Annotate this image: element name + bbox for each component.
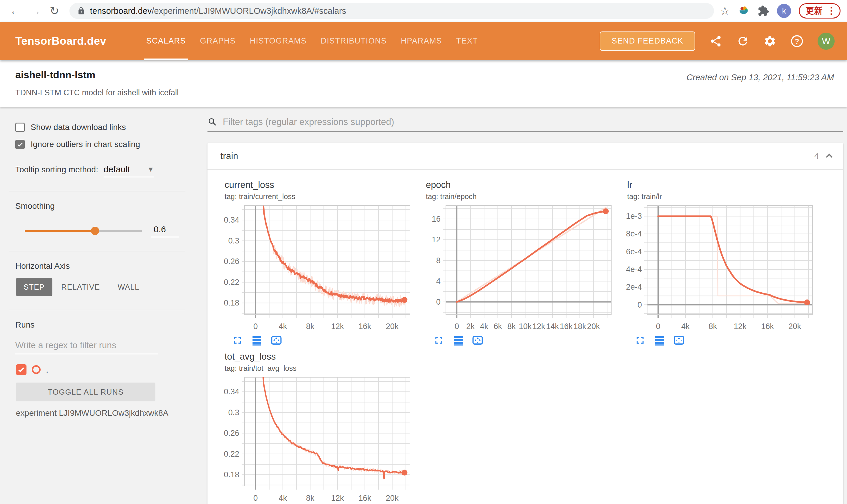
user-avatar[interactable]: W (817, 33, 835, 50)
run-name: . (46, 365, 48, 375)
smoothing-slider[interactable] (25, 230, 142, 232)
svg-text:8k: 8k (709, 322, 717, 330)
run-row: . (16, 364, 186, 375)
chart-plot[interactable]: 048121602k4k6k8k10k12k14k16k18k20k (420, 203, 617, 330)
tag-filter-row (207, 117, 843, 132)
share-icon[interactable] (709, 35, 722, 48)
expand-chart-icon[interactable] (634, 334, 646, 346)
tab-histograms[interactable]: HISTOGRAMS (243, 22, 314, 60)
bookmark-star-icon[interactable]: ☆ (720, 5, 730, 16)
ignore-outliers-checkbox[interactable] (15, 140, 25, 149)
smoothing-value-input[interactable] (151, 224, 179, 237)
back-icon[interactable]: ← (10, 5, 21, 16)
svg-text:16k: 16k (761, 322, 774, 330)
group-chart-count: 4 (814, 151, 819, 161)
extensions-puzzle-icon[interactable] (758, 5, 769, 17)
chart-plot[interactable]: 0.180.220.260.30.3404k8k12k16k20k (219, 203, 415, 330)
expand-chart-icon[interactable] (231, 334, 243, 346)
svg-text:0.18: 0.18 (224, 299, 239, 307)
browser-update-button[interactable]: 更新 ⋮ (799, 3, 841, 19)
train-group-header[interactable]: train 4 (207, 143, 843, 170)
axis-relative-button[interactable]: RELATIVE (52, 283, 109, 292)
send-feedback-button[interactable]: SEND FEEDBACK (600, 32, 695, 51)
tab-hparams[interactable]: HPARAMS (394, 22, 449, 60)
settings-gear-icon[interactable] (763, 35, 776, 48)
fit-domain-icon[interactable] (472, 334, 484, 346)
tooltip-sorting-label: Tooltip sorting method: (15, 165, 98, 174)
experiment-run-label: experiment LJI9MWUORLOw3jkdhxwk8A (16, 409, 186, 418)
url-text: tensorboard.dev/experiment/LJI9MWUORLOw3… (90, 6, 346, 16)
chart-plot[interactable]: 0.180.220.260.30.3404k8k12k16k20k (219, 375, 415, 502)
svg-text:0.18: 0.18 (224, 470, 239, 479)
log-scale-icon[interactable] (654, 334, 666, 346)
svg-text:0: 0 (436, 298, 440, 306)
sidebar-divider (9, 191, 186, 192)
run-color-swatch (32, 365, 40, 374)
svg-text:4k: 4k (480, 322, 488, 330)
tag-filter-input[interactable] (223, 117, 843, 127)
svg-text:20k: 20k (789, 322, 801, 330)
run-checkbox[interactable] (16, 364, 27, 375)
svg-text:20k: 20k (386, 322, 399, 330)
help-icon[interactable]: ? (791, 35, 803, 48)
svg-text:6e-4: 6e-4 (626, 247, 642, 256)
browser-profile-avatar[interactable]: k (777, 4, 791, 18)
svg-text:16k: 16k (359, 322, 371, 330)
svg-text:10k: 10k (519, 322, 532, 330)
show-download-links-checkbox[interactable] (15, 123, 25, 132)
sidebar-divider (9, 310, 186, 310)
svg-text:12k: 12k (532, 322, 545, 330)
chart-card-lr: lrtag: train/lr02e-44e-46e-48e-41e-304k8… (622, 180, 818, 346)
browser-menu-icon[interactable]: ⋮ (827, 8, 836, 14)
axis-step-button[interactable]: STEP (16, 278, 52, 296)
tooltip-sorting-select[interactable]: default ▼ (104, 164, 154, 177)
fit-domain-icon[interactable] (673, 334, 685, 346)
tensorboard-logo[interactable]: TensorBoard.dev (15, 35, 106, 47)
chart-plot[interactable]: 02e-44e-46e-48e-41e-304k8k12k16k20k (622, 203, 818, 330)
address-bar[interactable]: tensorboard.dev/experiment/LJI9MWUORLOw3… (69, 3, 714, 19)
salad-extension-icon[interactable] (738, 5, 750, 17)
chart-card-tot_avg_loss: tot_avg_losstag: train/tot_avg_loss0.180… (219, 352, 415, 504)
svg-text:18k: 18k (573, 322, 586, 330)
tab-graphs[interactable]: GRAPHS (193, 22, 243, 60)
group-name: train (221, 151, 238, 161)
svg-text:4: 4 (436, 277, 440, 286)
svg-text:0.34: 0.34 (224, 387, 239, 396)
caret-down-icon: ▼ (147, 165, 154, 174)
refresh-icon[interactable] (736, 35, 749, 48)
reload-icon[interactable]: ↻ (50, 5, 59, 16)
svg-text:2e-4: 2e-4 (626, 283, 642, 291)
svg-text:8k: 8k (507, 322, 516, 330)
axis-wall-button[interactable]: WALL (109, 283, 148, 292)
log-scale-icon[interactable] (251, 334, 263, 346)
tab-scalars[interactable]: SCALARS (139, 22, 193, 60)
chevron-up-icon[interactable] (824, 151, 834, 161)
tab-distributions[interactable]: DISTRIBUTIONS (314, 22, 394, 60)
forward-icon[interactable]: → (30, 5, 41, 16)
log-scale-icon[interactable] (452, 334, 464, 346)
tab-text[interactable]: TEXT (449, 22, 485, 60)
svg-text:20k: 20k (386, 494, 399, 502)
svg-text:0.22: 0.22 (224, 278, 239, 287)
svg-text:12k: 12k (734, 322, 747, 330)
svg-text:0.3: 0.3 (228, 408, 239, 417)
runs-label: Runs (15, 320, 186, 330)
lock-icon (77, 7, 85, 15)
svg-text:0.22: 0.22 (224, 450, 239, 458)
runs-filter-input[interactable] (15, 340, 158, 354)
svg-text:6k: 6k (494, 322, 502, 330)
charts-grid: current_losstag: train/current_loss0.180… (207, 170, 843, 504)
svg-text:0.34: 0.34 (224, 216, 239, 224)
experiment-description: TDNN-LSTM CTC model for aishell with ice… (15, 88, 179, 97)
chart-actions (433, 334, 617, 346)
smoothing-slider-knob[interactable] (91, 227, 99, 235)
svg-text:12k: 12k (331, 494, 344, 502)
fit-domain-icon[interactable] (271, 334, 282, 346)
chart-title: lr (627, 180, 818, 190)
svg-text:4e-4: 4e-4 (626, 265, 642, 274)
tensorboard-appbar: TensorBoard.dev SCALARS GRAPHS HISTOGRAM… (0, 22, 847, 60)
svg-text:12k: 12k (331, 322, 344, 330)
svg-text:8: 8 (436, 256, 440, 265)
expand-chart-icon[interactable] (433, 334, 445, 346)
toggle-all-runs-button[interactable]: TOGGLE ALL RUNS (16, 382, 155, 401)
